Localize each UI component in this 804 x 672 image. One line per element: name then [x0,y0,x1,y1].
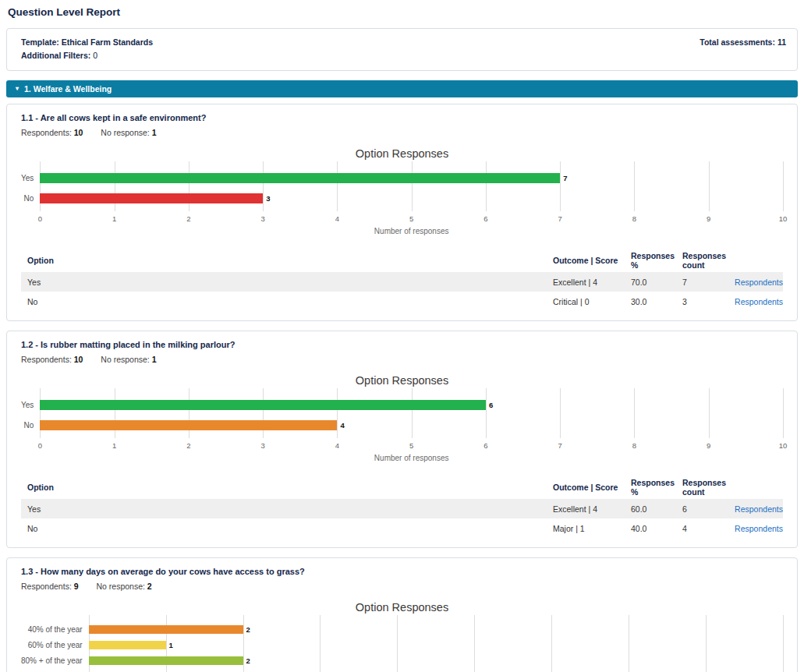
chart-x-axis-label: Number of responses [40,453,783,463]
no-response-stat: No response: 1 [101,128,156,137]
filters-line: Additional Filters: 0 [21,49,153,62]
x-tick-label: 1 [112,214,116,223]
no-response-value: 1 [152,355,157,364]
no-response-stat: No response: 1 [101,355,156,364]
cell-responses-pct: 60.0 [631,504,682,514]
bar-value-label: 7 [563,168,567,188]
category-label: 60% of the year [21,637,89,653]
x-tick-label: 4 [335,214,339,223]
option-responses-chart: Option Responses 40% of the year60% of t… [21,599,783,672]
gridline [709,388,710,438]
bar [40,400,486,410]
cell-responses-count: 6 [682,504,732,514]
table-row: No Major | 1 40.0 4 Respondents [21,518,783,538]
chart-y-labels: YesNo [21,168,40,208]
category-label: Yes [21,168,40,188]
question-stats: Respondents: 9 No response: 2 [21,581,783,592]
chart-title: Option Responses [21,373,783,388]
chart-title: Option Responses [21,599,783,615]
respondents-label: Respondents: [21,582,72,591]
respondents-label: Respondents: [21,355,72,364]
respondents-link[interactable]: Respondents [735,278,783,287]
x-tick-label: 2 [186,214,190,223]
x-tick-label: 5 [409,441,413,450]
chart-x-axis: 012345678910 [40,214,783,224]
total-assessments-value: 11 [777,37,786,47]
gridline [320,615,321,672]
bar [40,173,560,183]
respondents-link[interactable]: Respondents [735,524,783,533]
no-response-stat: No response: 2 [96,582,151,591]
table-header-row: Option Outcome | Score Responses % Respo… [21,476,783,499]
x-tick-label: 3 [260,441,264,450]
header-option: Option [21,256,553,265]
no-response-label: No response: [96,582,144,591]
cell-outcome-score: Major | 1 [553,524,631,533]
header-responses-count: Responses count [682,478,732,497]
bar-value-label: 1 [169,637,173,653]
template-label: Template: [21,37,59,47]
respondents-value: 9 [74,582,79,591]
template-line: Template: Ethical Farm Standards [21,36,153,49]
table-body: Yes Excellent | 4 70.0 7 Respondents No … [21,272,783,311]
gridline [412,161,413,211]
gridline [115,388,115,438]
bar-value-label: 2 [246,621,250,637]
gridline [560,388,561,438]
gridline [337,161,338,211]
respondents-label: Respondents: [21,128,72,137]
header-outcome-score: Outcome | Score [553,256,631,265]
question-title: 1.1 - Are all cows kept in a safe enviro… [21,112,783,123]
cell-outcome-score: Excellent | 4 [553,504,631,514]
chart-plot-area: 64 [40,394,783,435]
chevron-down-icon[interactable]: ▾ [16,86,19,92]
filters-value: 0 [93,51,97,60]
respondents-value: 10 [74,355,83,364]
bar [40,420,337,430]
gridline [783,615,784,672]
gridline [706,615,707,672]
chart-plot-area: 73 [40,168,783,208]
table-row: No Critical | 0 30.0 3 Respondents [21,292,783,311]
x-tick-label: 6 [483,214,487,223]
category-label: 80% + of the year [21,653,89,668]
gridline [634,161,635,211]
x-tick-label: 6 [483,441,487,450]
section-header-welfare-wellbeing[interactable]: ▾ 1. Welfare & Wellbeing [6,80,798,97]
no-response-value: 1 [152,128,157,137]
respondents-link[interactable]: Respondents [735,297,783,306]
cell-responses-count: 7 [682,278,732,287]
summary-left: Template: Ethical Farm Standards Additio… [21,36,153,62]
x-tick-label: 0 [38,214,42,223]
x-tick-label: 7 [558,441,562,450]
gridline [189,388,189,438]
category-label: No [21,188,40,208]
chart-x-axis: 012345678910 [40,441,783,451]
bar [89,656,243,665]
options-table: Option Outcome | Score Responses % Respo… [21,249,783,311]
header-responses-pct: Responses % [631,478,682,497]
x-tick-label: 5 [409,214,413,223]
total-assessments-label: Total assessments: [700,37,775,47]
bar-value-label: 6 [489,394,493,415]
no-response-label: No response: [101,128,149,137]
gridline [486,388,487,438]
question-stats: Respondents: 10 No response: 1 [21,127,783,138]
no-response-label: No response: [101,355,149,364]
chart-grid: 40% of the year60% of the year80% + of t… [21,621,783,672]
chart-title: Option Responses [21,146,783,161]
cell-option: No [21,524,553,533]
category-label: No [21,415,40,435]
x-tick-label: 10 [779,441,788,450]
question-title: 1.2 - Is rubber matting placed in the mi… [21,339,783,350]
table-body: Yes Excellent | 4 60.0 6 Respondents No … [21,499,783,538]
gridline [486,161,487,211]
respondents-link[interactable]: Respondents [735,504,783,514]
option-responses-chart: Option Responses YesNo 73 012345678910 N… [21,146,783,236]
header-outcome-score: Outcome | Score [553,483,631,492]
question-card-1-2: 1.2 - Is rubber matting placed in the mi… [6,331,798,548]
gridline [412,388,413,438]
chart-y-labels: 40% of the year60% of the year80% + of t… [21,621,89,672]
x-tick-label: 8 [632,214,636,223]
x-tick-label: 4 [335,441,339,450]
